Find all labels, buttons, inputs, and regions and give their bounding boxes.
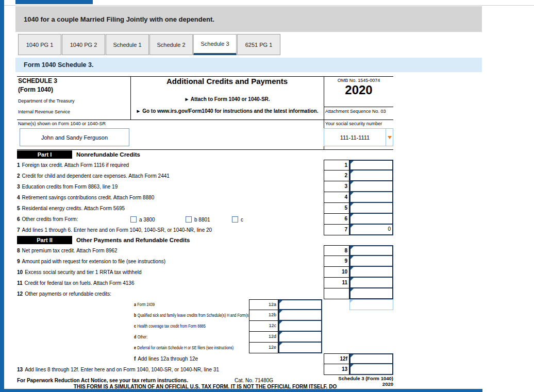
line-2-description: 2Credit for child and dependent care exp… bbox=[17, 171, 170, 181]
line-text: Retirement savings contributions credit.… bbox=[22, 195, 155, 200]
line-11-description: 11Credit for federal tax on fuels. Attac… bbox=[17, 278, 134, 288]
line-3-number-cell: 3 bbox=[324, 181, 349, 192]
line-9-amount-field[interactable] bbox=[349, 256, 393, 267]
line-text: Excess social security and tier 1 RRTA t… bbox=[25, 269, 141, 275]
ssn-label: Your social security number bbox=[325, 121, 382, 126]
line-8-number-cell: 8 bbox=[324, 245, 349, 256]
line-8-amount-field[interactable] bbox=[349, 245, 393, 256]
line-12e-amount-field[interactable] bbox=[278, 343, 322, 353]
line-2-number-cell: 2 bbox=[324, 171, 349, 181]
line-13-number-cell: 13 bbox=[324, 364, 349, 375]
line-12d-description: dOther: bbox=[134, 332, 151, 343]
line-1-amount-field[interactable] bbox=[349, 160, 393, 171]
line-12a-total-field[interactable] bbox=[349, 299, 393, 310]
part2-line-number-column: 8 9 10 11 bbox=[324, 245, 349, 299]
part2-bar: Part II Other Payments and Refundable Cr… bbox=[17, 236, 393, 244]
form-name: (Form 1040) bbox=[18, 86, 53, 93]
tab-6251-pg-1[interactable]: 6251 PG 1 bbox=[237, 34, 280, 55]
line-text: Other: bbox=[138, 334, 147, 339]
line-12f-description: fAdd lines 12a through 12e bbox=[134, 353, 198, 364]
paperwork-notice: For Paperwork Reduction Act Notice, see … bbox=[17, 378, 188, 383]
line12-label-column: 12a 12b 12c 12d 12e bbox=[249, 299, 278, 353]
line-text: Credit for federal tax on fuels. Attach … bbox=[25, 280, 135, 286]
part2-total-amount-column bbox=[349, 353, 393, 375]
line-number: 11 bbox=[17, 280, 23, 286]
line-12-description: 12Other payments or refundable credits: bbox=[17, 288, 111, 299]
tab-schedule-2[interactable]: Schedule 2 bbox=[149, 34, 193, 55]
rule bbox=[17, 149, 393, 150]
line-12d-amount-field[interactable] bbox=[278, 332, 322, 343]
checkbox-form-3800[interactable] bbox=[130, 216, 137, 223]
section-title: Form 1040 Schedule 3. bbox=[24, 61, 93, 69]
line-4-description: 4Retirement savings contributions credit… bbox=[17, 192, 154, 203]
line-4-number-cell: 4 bbox=[324, 192, 349, 203]
line-5-number-cell: 5 bbox=[324, 203, 349, 214]
tab-1040-pg-2[interactable]: 1040 PG 2 bbox=[62, 34, 105, 55]
line-letter: d bbox=[134, 334, 136, 339]
name-label: Name(s) shown on Form 1040 or 1040-SR bbox=[18, 121, 106, 126]
line-11-number-cell: 11 bbox=[324, 278, 349, 288]
checkbox-label: b 8801 bbox=[194, 217, 210, 223]
line-11-amount-field[interactable] bbox=[349, 278, 393, 288]
part2-total-number-column: 12f 13 bbox=[324, 353, 349, 375]
line-10-amount-field[interactable] bbox=[349, 267, 393, 278]
line-number: 12 bbox=[17, 291, 23, 297]
line-7-description: 7Add lines 1 through 6. Enter here and o… bbox=[17, 225, 212, 235]
checkbox-label: a 3800 bbox=[139, 217, 155, 223]
line-text: Net premium tax credit. Attach Form 8962 bbox=[22, 248, 118, 253]
bottom-accent-bar bbox=[0, 389, 482, 392]
line-9-description: 9Amount paid with request for extension … bbox=[17, 256, 165, 267]
line-1-description: 1Foreign tax credit. Attach Form 1116 if… bbox=[17, 160, 129, 171]
line-12-number-cell bbox=[324, 288, 349, 299]
form-sheet: SCHEDULE 3 (Form 1040) Department of the… bbox=[17, 76, 393, 392]
line-text: Residential energy credits. Attach Form … bbox=[22, 206, 125, 211]
line-text: Credit for child and dependent care expe… bbox=[22, 173, 170, 179]
tab-bar: 1040 PG 1 1040 PG 2 Schedule 1 Schedule … bbox=[18, 34, 280, 55]
section-header: Form 1040 Schedule 3. bbox=[15, 58, 482, 72]
line-13-amount-field[interactable] bbox=[349, 364, 393, 375]
ssn-dropdown-button[interactable] bbox=[386, 128, 393, 146]
line-12e-description: eDeferral for certain Schedule H or SE f… bbox=[134, 343, 255, 353]
line-letter: c bbox=[134, 323, 136, 329]
line-6-amount-field[interactable] bbox=[349, 214, 393, 225]
checkbox-form-c[interactable] bbox=[232, 216, 238, 223]
line-7-amount-field[interactable]: 0 bbox=[349, 225, 393, 235]
line-12a-amount-field[interactable] bbox=[278, 299, 322, 310]
line-text: Other payments or refundable credits: bbox=[25, 291, 111, 297]
line-text: Form 2439 bbox=[137, 302, 155, 307]
part2-label: Part II bbox=[17, 236, 72, 244]
tab-1040-pg-1[interactable]: 1040 PG 1 bbox=[18, 34, 61, 55]
name-field[interactable]: John and Sandy Ferguson bbox=[20, 128, 129, 146]
line-letter: b bbox=[134, 313, 136, 318]
line-3-amount-field[interactable] bbox=[349, 181, 393, 192]
line-12a-description: aForm 2439 bbox=[134, 299, 159, 310]
line-2-amount-field[interactable] bbox=[349, 171, 393, 181]
line-12d-label-cell: 12d bbox=[249, 332, 278, 343]
ssn-field[interactable]: 111-11-1111 bbox=[324, 128, 386, 146]
checkbox-form-8801[interactable] bbox=[186, 216, 192, 223]
line-12f-amount-field[interactable] bbox=[349, 353, 393, 364]
line-text: Add lines 12a through 12e bbox=[138, 356, 198, 362]
line-12b-amount-field[interactable] bbox=[278, 310, 322, 321]
attachment-sequence: Attachment Sequence No. 03 bbox=[325, 109, 386, 114]
line-text: Deferral for certain Schedule H or SE fi… bbox=[137, 345, 233, 350]
line-number: 9 bbox=[17, 259, 20, 264]
line-4-amount-field[interactable] bbox=[349, 192, 393, 203]
rule bbox=[324, 107, 393, 107]
line-number: 5 bbox=[17, 206, 20, 211]
line-text: Health coverage tax credit from Form 888… bbox=[137, 323, 205, 329]
line-12c-amount-field[interactable] bbox=[278, 321, 322, 332]
rule bbox=[17, 120, 393, 120]
line-text: Qualified sick and family leave credits … bbox=[138, 313, 259, 318]
line-6-description: 6Other credits from Form: bbox=[17, 214, 78, 225]
tab-schedule-3[interactable]: Schedule 3 bbox=[193, 34, 237, 55]
line-number: 6 bbox=[17, 216, 20, 222]
line-9-number-cell: 9 bbox=[324, 256, 349, 267]
scenario-banner: 1040 for a couple Married Filing Jointly… bbox=[15, 6, 482, 32]
line-number: 2 bbox=[17, 173, 20, 179]
tab-schedule-1[interactable]: Schedule 1 bbox=[106, 34, 149, 55]
line-12-amount-field[interactable] bbox=[349, 288, 393, 299]
part1-label: Part I bbox=[17, 150, 72, 159]
line-5-amount-field[interactable] bbox=[349, 203, 393, 214]
line6-option-a: a 3800 bbox=[130, 216, 155, 223]
